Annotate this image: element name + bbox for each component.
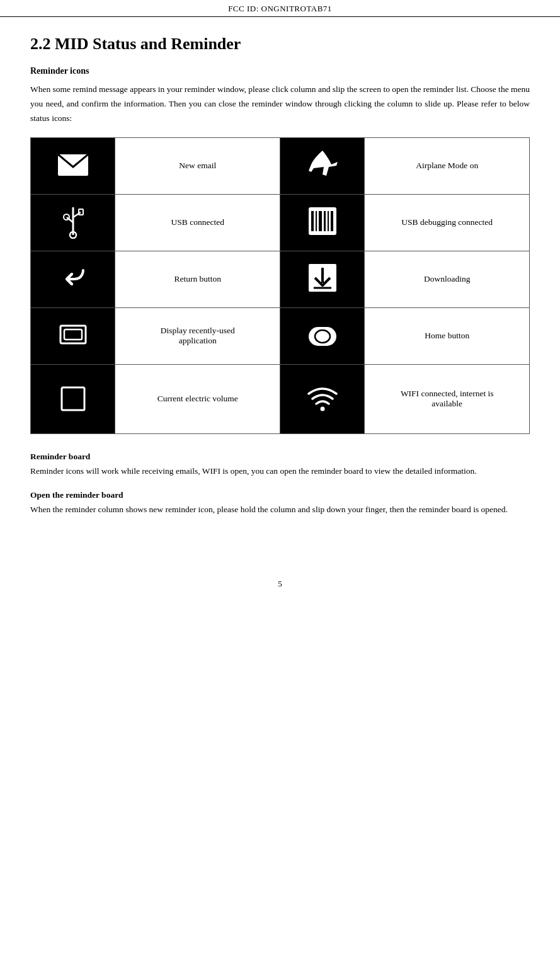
svg-rect-9	[316, 211, 317, 231]
downloading-label: Downloading	[365, 251, 530, 307]
reminder-board-text: Reminder icons will work while receiving…	[30, 464, 530, 479]
table-row: Current electric volume WIFI connected, …	[31, 364, 530, 433]
new-email-label: New email	[115, 137, 280, 194]
recent-apps-label: Display recently-used application	[115, 307, 280, 364]
svg-rect-12	[328, 211, 329, 231]
volume-icon	[55, 380, 91, 415]
usb-debug-icon	[305, 203, 340, 239]
page-footer: 5	[0, 579, 560, 589]
reminder-icons-heading: Reminder icons	[30, 66, 530, 76]
open-reminder-text: When the reminder column shows new remin…	[30, 503, 530, 517]
open-reminder-heading: Open the reminder board	[30, 490, 530, 500]
svg-rect-13	[331, 211, 333, 231]
return-icon-cell	[31, 251, 115, 307]
reminder-board-heading: Reminder board	[30, 452, 530, 462]
svg-rect-8	[311, 211, 314, 231]
usb-debugging-label: USB debugging connected	[365, 194, 530, 251]
wifi-label: WIFI connected, internet is available	[365, 364, 530, 433]
home-icon	[305, 317, 340, 352]
home-icon-cell	[280, 307, 364, 364]
page-header: FCC ID: ONGNITROTAB71	[0, 0, 560, 17]
svg-point-22	[320, 407, 324, 411]
wifi-text-line2: available	[431, 399, 462, 408]
return-icon	[55, 260, 91, 295]
airplane-icon	[305, 147, 340, 182]
page-title: 2.2 MID Status and Reminder	[30, 35, 530, 54]
recent-apps-text-line2: application	[179, 336, 217, 345]
email-icon	[55, 147, 91, 182]
svg-rect-10	[319, 211, 322, 231]
table-row: New email Airplane Mode on	[31, 137, 530, 194]
header-title: FCC ID: ONGNITROTAB71	[228, 4, 332, 13]
volume-label: Current electric volume	[115, 364, 280, 433]
return-button-label: Return button	[115, 251, 280, 307]
svg-rect-11	[324, 211, 326, 231]
download-icon-cell	[280, 251, 364, 307]
reminder-board-section: Reminder board Reminder icons will work …	[30, 452, 530, 517]
table-row: Display recently-used application Home b…	[31, 307, 530, 364]
icons-table: New email Airplane Mode on	[30, 137, 530, 434]
usb-icon-cell	[31, 194, 115, 251]
usb-icon	[55, 203, 91, 239]
table-row: USB connected USB debugging connected	[31, 194, 530, 251]
table-row: Return button Downloading	[31, 251, 530, 307]
page-number: 5	[278, 579, 282, 588]
svg-rect-21	[62, 387, 84, 410]
wifi-icon-cell	[280, 364, 364, 433]
airplane-mode-label: Airplane Mode on	[365, 137, 530, 194]
email-icon-cell	[31, 137, 115, 194]
wifi-icon	[305, 380, 340, 415]
volume-icon-cell	[31, 364, 115, 433]
svg-rect-18	[64, 329, 82, 340]
download-icon	[305, 260, 340, 295]
airplane-icon-cell	[280, 137, 364, 194]
recent-apps-icon-cell	[31, 307, 115, 364]
wifi-text-line1: WIFI connected, internet is	[401, 389, 494, 398]
page-content: 2.2 MID Status and Reminder Reminder ico…	[0, 17, 560, 554]
home-button-label: Home button	[365, 307, 530, 364]
recent-apps-icon	[55, 317, 91, 352]
recent-apps-text-line1: Display recently-used	[161, 326, 235, 335]
usb-debug-icon-cell	[280, 194, 364, 251]
usb-connected-label: USB connected	[115, 194, 280, 251]
svg-rect-5	[64, 214, 69, 220]
intro-text: When some remind message appears in your…	[30, 83, 530, 126]
